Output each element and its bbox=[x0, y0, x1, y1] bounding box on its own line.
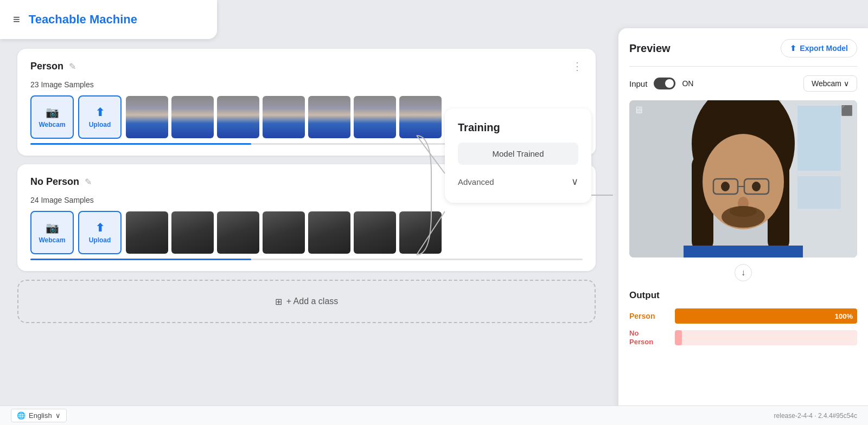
webcam-dropdown-label: Webcam bbox=[812, 79, 841, 88]
upload-button-icon: ⬆ bbox=[95, 106, 105, 119]
no-person-upload-label: Upload bbox=[89, 236, 111, 244]
preview-divider bbox=[629, 66, 857, 67]
preview-title: Preview bbox=[629, 42, 671, 55]
webcam-dropdown-chevron: ∨ bbox=[844, 79, 849, 88]
svg-rect-20 bbox=[684, 246, 803, 257]
person-thumb-5 bbox=[308, 96, 350, 138]
no-person-thumb-7 bbox=[399, 211, 442, 254]
person-thumb-7 bbox=[399, 96, 442, 138]
training-title: Training bbox=[458, 121, 578, 134]
no-person-thumb-5 bbox=[308, 211, 350, 254]
input-label: Input bbox=[629, 79, 647, 88]
preview-panel: Preview ⬆ Export Model Input ON Webcam ∨ bbox=[618, 28, 868, 424]
input-toggle[interactable] bbox=[654, 78, 675, 89]
add-class-icon: ⊞ bbox=[275, 297, 282, 307]
model-trained-button[interactable]: Model Trained bbox=[458, 143, 578, 165]
advanced-row[interactable]: Advanced ∨ bbox=[458, 173, 578, 190]
no-person-upload-icon: ⬆ bbox=[95, 221, 105, 234]
language-dropdown-icon: ∨ bbox=[55, 411, 61, 420]
webcam-svg bbox=[629, 100, 857, 257]
advanced-label: Advanced bbox=[458, 177, 494, 186]
output-person-row: Person 100% bbox=[629, 308, 857, 324]
svg-point-15 bbox=[752, 182, 761, 191]
webcam-feed: 🖥 ⬛ bbox=[629, 100, 857, 257]
preview-header: Preview ⬆ Export Model bbox=[629, 39, 857, 57]
webcam-button-icon: 📷 bbox=[46, 106, 59, 119]
no-person-webcam-icon: 📷 bbox=[46, 221, 59, 234]
add-class-button[interactable]: ⊞ + Add a class bbox=[17, 280, 596, 323]
person-sample-count: 23 Image Samples bbox=[30, 80, 583, 89]
no-person-thumb-1 bbox=[126, 211, 168, 254]
no-person-class-title: No Person bbox=[30, 176, 79, 188]
no-person-edit-icon[interactable]: ✎ bbox=[85, 177, 92, 187]
no-person-upload-button[interactable]: ⬆ Upload bbox=[78, 211, 122, 254]
upload-button-label: Upload bbox=[89, 121, 111, 128]
no-person-thumb-3 bbox=[217, 211, 259, 254]
no-person-webcam-label: Webcam bbox=[39, 236, 65, 244]
language-selector[interactable]: 🌐 English ∨ bbox=[11, 409, 67, 422]
no-person-webcam-button[interactable]: 📷 Webcam bbox=[30, 211, 74, 254]
person-thumb-1 bbox=[126, 96, 168, 138]
no-person-thumb-2 bbox=[171, 211, 214, 254]
person-more-icon[interactable]: ⋮ bbox=[572, 60, 583, 73]
svg-point-14 bbox=[721, 182, 730, 191]
person-upload-button[interactable]: ⬆ Upload bbox=[78, 95, 122, 139]
header: ≡ Teachable Machine bbox=[0, 0, 217, 39]
person-scroll-bar bbox=[30, 143, 251, 145]
no-person-thumbnails bbox=[126, 211, 583, 254]
add-class-label: + Add a class bbox=[286, 297, 339, 306]
person-webcam-button[interactable]: 📷 Webcam bbox=[30, 95, 74, 139]
output-person-percent: 100% bbox=[835, 312, 853, 320]
person-edit-icon[interactable]: ✎ bbox=[69, 61, 76, 72]
webcam-button-label: Webcam bbox=[39, 121, 65, 128]
person-card-header: Person ✎ ⋮ bbox=[30, 60, 583, 73]
output-label: Output bbox=[629, 290, 857, 301]
globe-icon: 🌐 bbox=[17, 411, 25, 420]
no-person-thumb-4 bbox=[263, 211, 305, 254]
main-content: Person ✎ ⋮ 23 Image Samples 📷 Webcam ⬆ U… bbox=[0, 0, 613, 425]
toggle-state-label: ON bbox=[682, 79, 693, 88]
output-person-bar bbox=[675, 308, 857, 324]
output-no-person-label: NoPerson bbox=[629, 329, 668, 346]
language-label: English bbox=[29, 411, 52, 420]
person-class-title: Person bbox=[30, 61, 63, 72]
export-model-button[interactable]: ⬆ Export Model bbox=[781, 39, 857, 57]
no-person-scroll-bar bbox=[30, 259, 251, 260]
input-row: Input ON Webcam ∨ bbox=[629, 75, 857, 92]
export-icon: ⬆ bbox=[790, 44, 796, 53]
down-arrow-button[interactable]: ↓ bbox=[735, 264, 752, 281]
webcam-controls-icon: ⬛ bbox=[841, 105, 853, 117]
output-no-person-row: NoPerson bbox=[629, 329, 857, 346]
svg-rect-5 bbox=[797, 106, 841, 171]
person-thumb-2 bbox=[171, 96, 214, 138]
output-no-person-bar bbox=[675, 330, 682, 345]
toggle-knob bbox=[665, 79, 674, 88]
person-thumb-3 bbox=[217, 96, 259, 138]
export-label: Export Model bbox=[800, 44, 848, 53]
no-person-samples-row: 📷 Webcam ⬆ Upload bbox=[30, 211, 583, 254]
output-person-label: Person bbox=[629, 312, 668, 320]
person-title-row: Person ✎ bbox=[30, 61, 76, 72]
app-title: Teachable Machine bbox=[29, 12, 137, 27]
version-label: release-2-4-4 · 2.4.4#95c54c bbox=[774, 412, 857, 420]
svg-point-18 bbox=[730, 206, 757, 217]
webcam-dropdown[interactable]: Webcam ∨ bbox=[803, 75, 857, 92]
menu-icon[interactable]: ≡ bbox=[13, 14, 20, 25]
training-panel: Training Model Trained Advanced ∨ bbox=[445, 108, 591, 203]
no-person-title-row: No Person ✎ bbox=[30, 176, 92, 188]
footer: 🌐 English ∨ release-2-4-4 · 2.4.4#95c54c bbox=[0, 405, 868, 425]
webcam-monitor-icon: 🖥 bbox=[634, 105, 643, 116]
no-person-scroll-bar-bg bbox=[30, 259, 583, 260]
svg-rect-6 bbox=[797, 176, 841, 209]
no-person-thumb-6 bbox=[354, 211, 396, 254]
person-thumb-6 bbox=[354, 96, 396, 138]
output-no-person-bar-bg bbox=[675, 330, 857, 345]
chevron-down-icon: ∨ bbox=[571, 176, 578, 188]
output-person-bar-bg: 100% bbox=[675, 308, 857, 324]
person-thumb-4 bbox=[263, 96, 305, 138]
